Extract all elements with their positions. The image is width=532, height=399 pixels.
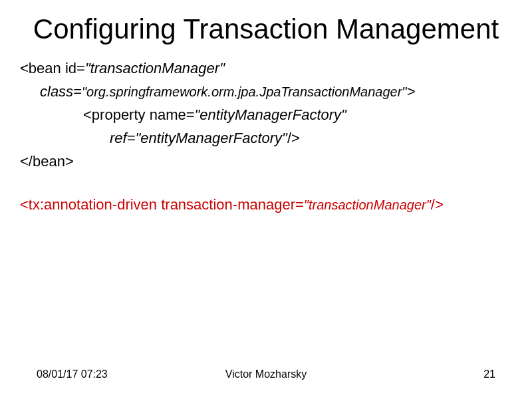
code-line-4: ref="entityManagerFactory"/>	[20, 127, 512, 149]
code-line-3: <property name="entityManagerFactory"	[20, 104, 512, 126]
spacer	[20, 174, 512, 194]
slide-content: <bean id="transactionManager" class="org…	[20, 57, 512, 215]
footer-author: Victor Mozharsky	[225, 368, 307, 380]
code-line-5: </bean>	[20, 150, 512, 172]
code-line-1: <bean id="transactionManager"	[20, 57, 512, 79]
slide-title: Configuring Transaction Management	[20, 13, 512, 45]
code-line-6: <tx:annotation-driven transaction-manage…	[20, 194, 512, 215]
code-line-2: class="org.springframework.orm.jpa.JpaTr…	[20, 80, 512, 102]
slide: Configuring Transaction Management <bean…	[0, 0, 532, 399]
footer: 08/01/17 07:23 Victor Mozharsky 21	[0, 368, 532, 380]
footer-page: 21	[483, 368, 495, 380]
footer-date: 08/01/17 07:23	[37, 368, 108, 380]
